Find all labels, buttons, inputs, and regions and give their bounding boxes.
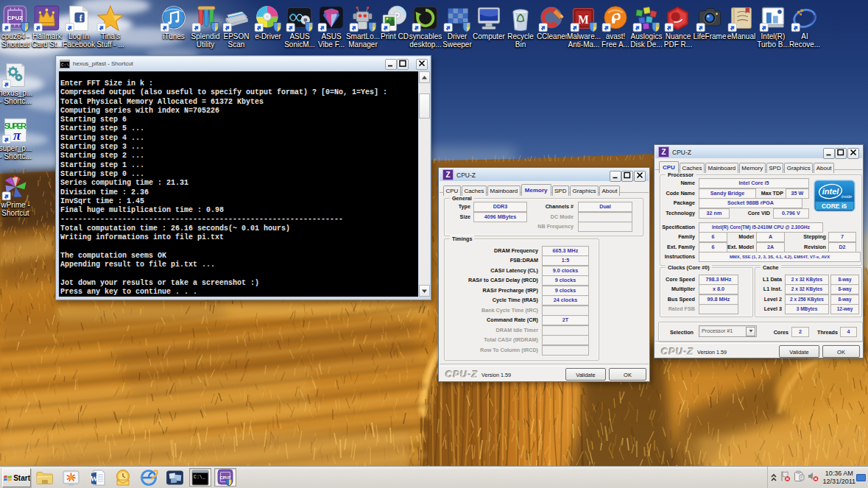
svg-text:CPUZ: CPUZ — [220, 475, 232, 479]
svg-text:π: π — [13, 127, 21, 143]
svg-text:inside: inside — [841, 194, 852, 199]
svg-text:M: M — [578, 13, 589, 26]
svg-text:CPUZ: CPUZ — [7, 15, 24, 21]
svg-text:C:\: C:\ — [61, 63, 69, 68]
svg-text:CORE i5: CORE i5 — [822, 202, 847, 210]
svg-text:intel: intel — [822, 187, 840, 196]
svg-text:C:\_: C:\_ — [194, 475, 205, 480]
svg-text:W: W — [91, 475, 98, 483]
